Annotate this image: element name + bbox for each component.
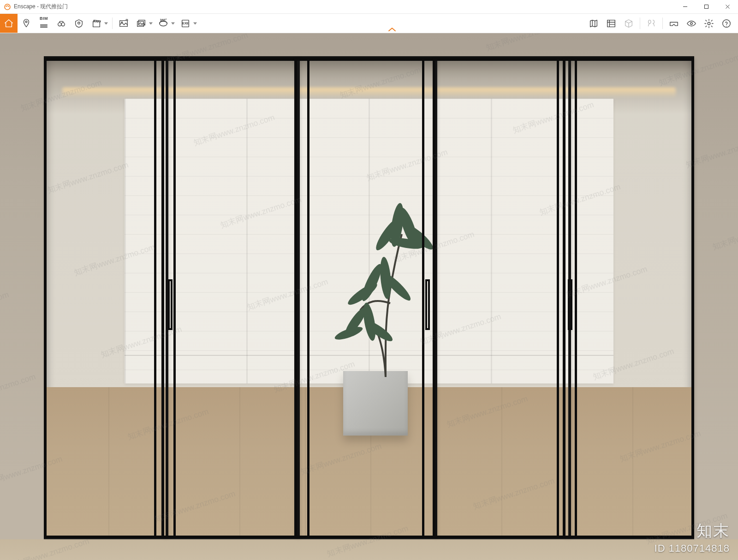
batch-render-button[interactable] xyxy=(132,14,155,33)
exe-export-button[interactable]: EXE xyxy=(177,14,199,33)
map-icon xyxy=(589,18,599,29)
presets-button[interactable] xyxy=(53,14,70,33)
chevron-down-icon xyxy=(193,22,197,24)
scene-room-opening xyxy=(44,56,694,539)
svg-point-15 xyxy=(708,22,710,25)
toolbar-separator xyxy=(640,18,640,29)
app-name: Enscape xyxy=(14,3,36,10)
chevron-down-icon xyxy=(104,22,108,24)
toolbar-separator xyxy=(662,18,663,29)
binoculars-icon xyxy=(56,18,66,29)
screenshot-button[interactable] xyxy=(115,14,132,33)
manage-views-button[interactable] xyxy=(18,14,35,33)
door-panel-3 xyxy=(294,58,437,538)
asset-library-button[interactable] xyxy=(602,14,620,33)
scene-outer-floor xyxy=(0,539,738,560)
door-panel-1 xyxy=(44,58,168,538)
assets-icon xyxy=(606,18,616,29)
chevron-down-icon xyxy=(149,22,153,24)
door-handle xyxy=(568,279,572,330)
title-bar: Enscape - 现代推拉门 xyxy=(0,0,738,14)
app-title: Enscape - 现代推拉门 xyxy=(14,3,68,11)
chevron-down-icon xyxy=(171,22,175,24)
vr-button[interactable] xyxy=(665,14,683,33)
bim-badge: BIM xyxy=(40,16,48,21)
view-3d-button[interactable] xyxy=(620,14,637,33)
svg-point-5 xyxy=(78,22,80,24)
help-button[interactable] xyxy=(718,14,735,33)
safeframe-button[interactable] xyxy=(70,14,88,33)
batch-icon xyxy=(136,18,146,29)
screenshot-icon xyxy=(119,18,129,29)
toolbar-left-group: BIM 360° EXE xyxy=(0,14,199,33)
window-minimize-button[interactable] xyxy=(674,0,696,14)
collab-button[interactable] xyxy=(643,14,660,33)
settings-button[interactable] xyxy=(700,14,718,33)
svg-rect-6 xyxy=(93,22,100,27)
help-icon xyxy=(721,18,732,29)
cube-icon xyxy=(624,18,634,29)
door-panel-5 xyxy=(563,58,694,538)
door-handle xyxy=(425,279,430,330)
toolbar: BIM 360° EXE xyxy=(0,14,738,33)
home-icon xyxy=(4,18,14,29)
svg-point-3 xyxy=(58,23,61,26)
svg-point-4 xyxy=(61,23,65,26)
vr-headset-icon xyxy=(669,18,679,29)
document-name: 现代推拉门 xyxy=(40,3,68,10)
eye-icon xyxy=(686,18,696,29)
safeframe-icon xyxy=(74,18,84,29)
expand-panel-toggle[interactable] xyxy=(199,14,585,33)
svg-point-14 xyxy=(690,22,693,24)
home-button[interactable] xyxy=(0,14,18,33)
door-handle xyxy=(168,279,173,330)
svg-point-2 xyxy=(25,21,27,23)
exe-badge: EXE xyxy=(182,22,189,25)
svg-point-8 xyxy=(121,22,122,23)
bim-button[interactable]: BIM xyxy=(35,14,53,33)
enscape-logo-icon xyxy=(4,3,11,11)
clapperboard-icon xyxy=(91,18,101,29)
window-close-button[interactable] xyxy=(717,0,738,14)
chevron-up-icon xyxy=(388,27,396,32)
toolbar-right-group xyxy=(585,14,738,33)
door-panel-4 xyxy=(433,58,571,538)
door-panel-2 xyxy=(161,58,300,538)
site-map-button[interactable] xyxy=(585,14,602,33)
svg-rect-13 xyxy=(607,20,615,27)
window-maximize-button[interactable] xyxy=(696,0,717,14)
pin-icon xyxy=(21,18,31,29)
panorama-button[interactable]: 360° xyxy=(155,14,177,33)
render-viewport[interactable]: 知末网www.znzmo.com知末网www.znzmo.com知末网www.z… xyxy=(0,33,738,560)
gear-icon xyxy=(704,18,714,29)
video-button[interactable] xyxy=(88,14,110,33)
svg-point-0 xyxy=(5,4,10,10)
visual-settings-button[interactable] xyxy=(683,14,700,33)
svg-rect-1 xyxy=(704,5,708,9)
pano-badge: 360° xyxy=(160,18,167,22)
toolbar-separator xyxy=(112,18,113,29)
collab-icon xyxy=(646,18,656,29)
